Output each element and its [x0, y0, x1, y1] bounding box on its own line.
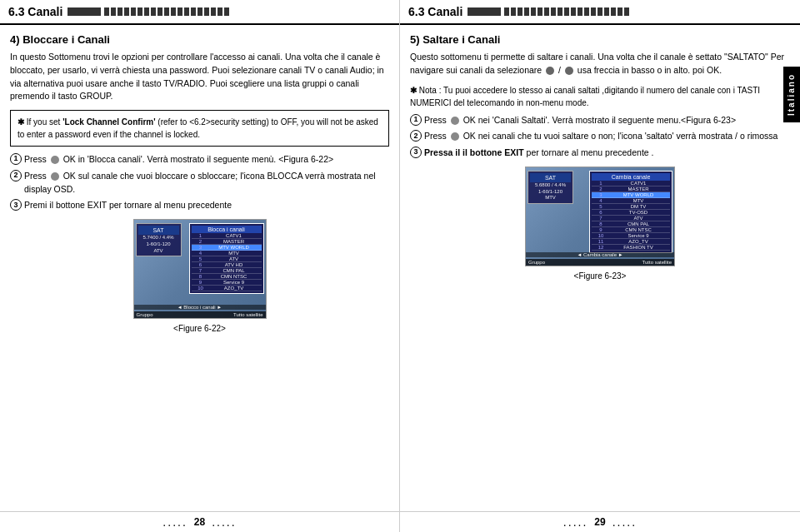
left-footer-dots-left: ..... — [162, 515, 187, 529]
right-step2-content: OK nei canali che tu vuoi saltare o non;… — [461, 131, 778, 141]
right-slash: / — [558, 65, 563, 75]
svg-rect-26 — [538, 7, 542, 16]
left-title: 6.3 Canali — [8, 5, 62, 18]
right-footer-dots-right: ..... — [612, 515, 637, 529]
svg-rect-13 — [184, 7, 189, 16]
left-note-text: If you set 'Lock Channel Confirm' (refer… — [18, 117, 378, 139]
svg-rect-16 — [204, 7, 209, 16]
right-note-text: Nota : Tu puoi accedere lo stesso ai can… — [410, 86, 760, 107]
svg-rect-9 — [158, 7, 162, 16]
svg-rect-30 — [564, 7, 569, 16]
right-step-2: 2 Press OK nei canali che tu vuoi saltar… — [410, 130, 790, 143]
svg-rect-27 — [544, 7, 549, 16]
svg-rect-25 — [531, 7, 536, 16]
left-step-3: 3 Premi il bottone EXIT per tornare al m… — [10, 199, 389, 212]
right-header-bar — [468, 6, 634, 17]
left-content: 4) Bloccare i Canali In questo Sottomenu… — [0, 25, 399, 511]
right-step3-text: Pressa il il bottone EXIT per tornare al… — [424, 147, 790, 160]
svg-rect-37 — [611, 7, 616, 16]
svg-rect-39 — [624, 7, 629, 16]
step3-content: Premi il bottone EXIT per tornare al men… — [24, 200, 232, 210]
right-nav-icon1 — [546, 67, 554, 75]
step2-num: 2 — [10, 170, 22, 181]
right-step-1: 1 Press OK nei 'Canali Saltati'. Verrà m… — [410, 114, 790, 127]
svg-rect-12 — [178, 7, 182, 16]
svg-rect-4 — [124, 7, 129, 16]
step1-content: OK in 'Blocca canali'. Verrà mostrato il… — [61, 154, 333, 164]
svg-rect-29 — [558, 7, 562, 16]
left-fig-image: SAT 5.7400 / 4.4% 1-60/1-120 ATV Blocca … — [133, 219, 267, 319]
svg-rect-28 — [551, 7, 556, 16]
step3-text: Premi il bottone EXIT per tornare al men… — [24, 199, 389, 212]
svg-rect-35 — [598, 7, 602, 16]
left-section-title: 4) Bloccare i Canali — [10, 33, 389, 46]
right-step1-num: 1 — [410, 114, 422, 126]
left-tv-screen: SAT 5.7400 / 4.4% 1-60/1-120 ATV Blocca … — [134, 220, 266, 318]
lang-tab: Italiano — [783, 67, 800, 122]
left-footer-num: 28 — [194, 516, 205, 528]
step1-text: Press OK in 'Blocca canali'. Verrà mostr… — [24, 153, 389, 167]
svg-rect-2 — [111, 7, 116, 16]
left-intro: In questo Sottomenu trovi le opzioni per… — [10, 51, 389, 103]
step1-press: Press — [24, 154, 49, 164]
right-intro-text2: usa freccia in basso o in alto. poi OK. — [578, 65, 722, 75]
svg-rect-21 — [504, 7, 509, 16]
right-figure: SAT 5.6800 / 4.4% 1-60/1-120 MTV Cambia … — [410, 167, 790, 281]
tv-nav-bar-right: ◄ Cambia canale ► — [526, 252, 674, 257]
right-step1-text: Press OK nei 'Canali Saltati'. Verrà mos… — [424, 114, 790, 127]
right-step2-text: Press OK nei canali che tu vuoi saltare … — [424, 130, 790, 143]
right-steps: 1 Press OK nei 'Canali Saltati'. Verrà m… — [410, 114, 790, 160]
svg-rect-11 — [171, 7, 176, 16]
right-step1-press: Press — [424, 115, 449, 125]
tv-bottom-bar-left: Gruppo Tutto satellite — [134, 311, 266, 318]
tv-overlay-right: Cambia canale 1CATV1 2MASTER 3MTV WORLD … — [589, 171, 672, 253]
svg-rect-38 — [618, 7, 622, 16]
step2-content: OK sul canale che vuoi bloccare o sblocc… — [24, 171, 376, 194]
tv-left-info: SAT 5.7400 / 4.4% 1-60/1-120 ATV — [136, 223, 182, 256]
svg-rect-10 — [164, 7, 169, 16]
right-step2-num: 2 — [410, 130, 422, 142]
left-step-1: 1 Press OK in 'Blocca canali'. Verrà mos… — [10, 153, 389, 167]
right-step3-num: 3 — [410, 147, 422, 158]
right-tv-screen: SAT 5.6800 / 4.4% 1-60/1-120 MTV Cambia … — [526, 167, 674, 266]
right-header-bar-svg — [468, 6, 634, 17]
tv-nav-bar-left: ◄ Blocco i canali ► — [134, 305, 266, 310]
right-footer-dots-left: ..... — [563, 515, 588, 529]
svg-rect-36 — [604, 7, 609, 16]
step3-num: 3 — [10, 199, 22, 211]
right-section-title: 5) Saltare i Canali — [410, 33, 790, 46]
right-footer-num: 29 — [594, 516, 605, 528]
right-page: 6.3 Canali — [400, 0, 800, 532]
svg-rect-34 — [591, 7, 596, 16]
svg-rect-19 — [224, 7, 229, 16]
left-footer: ..... 28 ..... — [0, 511, 399, 532]
left-header-bar — [68, 6, 234, 17]
right-tv-left-info: SAT 5.6800 / 4.4% 1-60/1-120 MTV — [528, 171, 573, 204]
right-intro: Questo sottomenu ti permette di saltare … — [410, 51, 790, 77]
right-fig-image: SAT 5.6800 / 4.4% 1-60/1-120 MTV Cambia … — [525, 167, 675, 266]
right-nav-icon2 — [565, 67, 573, 75]
left-steps: 1 Press OK in 'Blocca canali'. Verrà mos… — [10, 153, 389, 212]
right-header: 6.3 Canali — [400, 0, 800, 25]
step2-icon — [51, 172, 59, 181]
svg-rect-7 — [144, 7, 149, 16]
lang-tab-text: Italiano — [787, 73, 796, 116]
left-step-2: 2 Press OK sul canale che vuoi bloccare … — [10, 170, 389, 196]
svg-rect-17 — [211, 7, 216, 16]
svg-rect-5 — [131, 7, 136, 16]
left-note-box: ✱ If you set 'Lock Channel Confirm' (ref… — [10, 110, 389, 147]
right-title: 6.3 Canali — [408, 5, 462, 18]
right-note-asterisk: ✱ — [410, 86, 417, 95]
svg-rect-15 — [198, 7, 202, 16]
left-header: 6.3 Canali — [0, 0, 399, 25]
svg-rect-3 — [118, 7, 122, 16]
svg-rect-33 — [584, 7, 589, 16]
header-bar-svg — [68, 6, 234, 17]
tv-overlay-left: Blocca i canali 1CATV1 2MASTER 3MTV WORL… — [189, 223, 264, 294]
step2-press: Press — [24, 171, 49, 181]
svg-rect-31 — [571, 7, 576, 16]
page-container: 6.3 Canali — [0, 0, 800, 532]
svg-rect-14 — [191, 7, 196, 16]
right-content: 5) Saltare i Canali Questo sottomenu ti … — [400, 25, 800, 511]
svg-rect-0 — [68, 7, 101, 16]
